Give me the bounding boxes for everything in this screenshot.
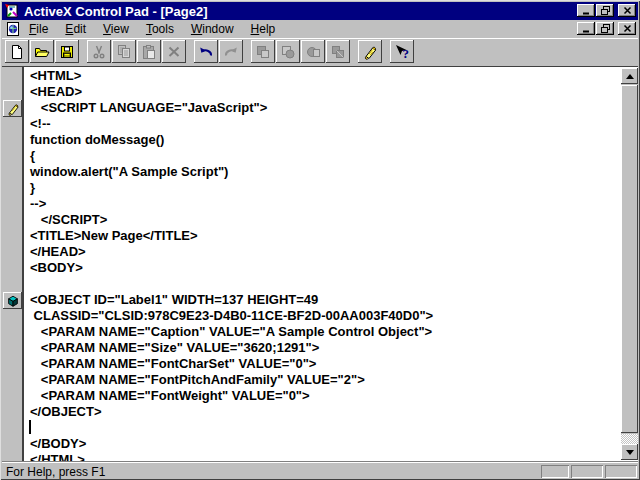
editor: <HTML> <HEAD> <SCRIPT LANGUAGE="JavaScri… [2, 66, 638, 461]
close-icon [623, 24, 632, 33]
child-restore-button[interactable] [596, 22, 614, 35]
vertical-scrollbar[interactable] [621, 68, 638, 460]
activex-control-pad-window: ActiveX Control Pad - [Page2] FileEditVi… [0, 0, 640, 480]
restore-icon [601, 24, 610, 33]
status-pane-2 [571, 465, 603, 478]
minimize-button[interactable] [577, 4, 595, 17]
child-close-button[interactable] [618, 22, 636, 35]
cut-button[interactable] [87, 40, 111, 63]
activex-app-icon[interactable] [4, 3, 20, 19]
cut-scissors-icon [91, 44, 107, 60]
menu-edit[interactable]: Edit [60, 21, 91, 37]
script-wizard-icon [362, 44, 378, 60]
html-source-code[interactable]: <HTML> <HEAD> <SCRIPT LANGUAGE="JavaScri… [26, 68, 433, 461]
menu-items: FileEditViewToolsWindowHelp [24, 20, 287, 38]
menu-view[interactable]: View [98, 21, 134, 37]
redo-button[interactable] [219, 40, 243, 63]
undo-button[interactable] [194, 40, 218, 63]
html-page-icon[interactable] [5, 21, 21, 37]
send-to-back-button[interactable] [276, 40, 300, 63]
save-button[interactable] [55, 40, 79, 63]
redo-arrow-icon [223, 44, 239, 60]
copy-button[interactable] [112, 40, 136, 63]
arrange-front-icon [255, 44, 271, 60]
scroll-down-button[interactable] [621, 444, 638, 460]
undo-arrow-icon [198, 44, 214, 60]
object-cube-gutter-button[interactable] [3, 292, 22, 309]
open-folder-icon [34, 44, 50, 60]
status-pane-1 [541, 465, 569, 478]
scroll-down-icon [626, 450, 634, 455]
help-button[interactable]: ? [390, 40, 414, 63]
window-title: ActiveX Control Pad - [Page2] [24, 4, 207, 19]
arrange-backward-icon [330, 44, 346, 60]
toolbar: ? [2, 38, 638, 66]
script-gutter-button[interactable] [3, 100, 22, 117]
new-document-icon [9, 44, 25, 60]
arrange-back-icon [280, 44, 296, 60]
svg-text:?: ? [403, 45, 410, 60]
scrollbar-track[interactable] [621, 434, 638, 444]
open-button[interactable] [30, 40, 54, 63]
copy-icon [116, 44, 132, 60]
close-button[interactable] [618, 4, 636, 17]
editor-gutter [2, 67, 24, 461]
save-floppy-icon [59, 44, 75, 60]
status-pane-3 [605, 465, 637, 478]
text-caret [29, 420, 31, 434]
new-button[interactable] [5, 40, 29, 63]
scroll-up-button[interactable] [621, 68, 638, 84]
object-cube-icon [6, 294, 20, 308]
restore-icon [601, 6, 610, 15]
delete-button[interactable] [162, 40, 186, 63]
status-message: For Help, press F1 [6, 465, 105, 479]
title-bar: ActiveX Control Pad - [Page2] [2, 2, 638, 20]
menu-window[interactable]: Window [186, 21, 239, 37]
minimize-icon [582, 24, 591, 33]
menu-tools[interactable]: Tools [141, 21, 179, 37]
help-pointer-icon: ? [394, 44, 410, 60]
script-icon [6, 102, 20, 116]
close-icon [623, 6, 632, 15]
code-area[interactable]: <HTML> <HEAD> <SCRIPT LANGUAGE="JavaScri… [26, 67, 621, 461]
restore-button[interactable] [596, 4, 614, 17]
child-minimize-button[interactable] [577, 22, 595, 35]
paste-icon [141, 44, 157, 60]
status-bar: For Help, press F1 [2, 461, 638, 478]
menu-file[interactable]: File [24, 21, 53, 37]
bring-to-front-button[interactable] [251, 40, 275, 63]
minimize-icon [582, 6, 591, 15]
delete-x-icon [166, 44, 182, 60]
move-forward-button[interactable] [301, 40, 325, 63]
scroll-up-icon [626, 74, 634, 79]
script-wizard-button[interactable] [358, 40, 382, 63]
menu-help[interactable]: Help [246, 21, 281, 37]
scrollbar-thumb[interactable] [621, 85, 638, 433]
move-backward-button[interactable] [326, 40, 350, 63]
paste-button[interactable] [137, 40, 161, 63]
menu-bar: FileEditViewToolsWindowHelp [2, 20, 638, 38]
arrange-forward-icon [305, 44, 321, 60]
